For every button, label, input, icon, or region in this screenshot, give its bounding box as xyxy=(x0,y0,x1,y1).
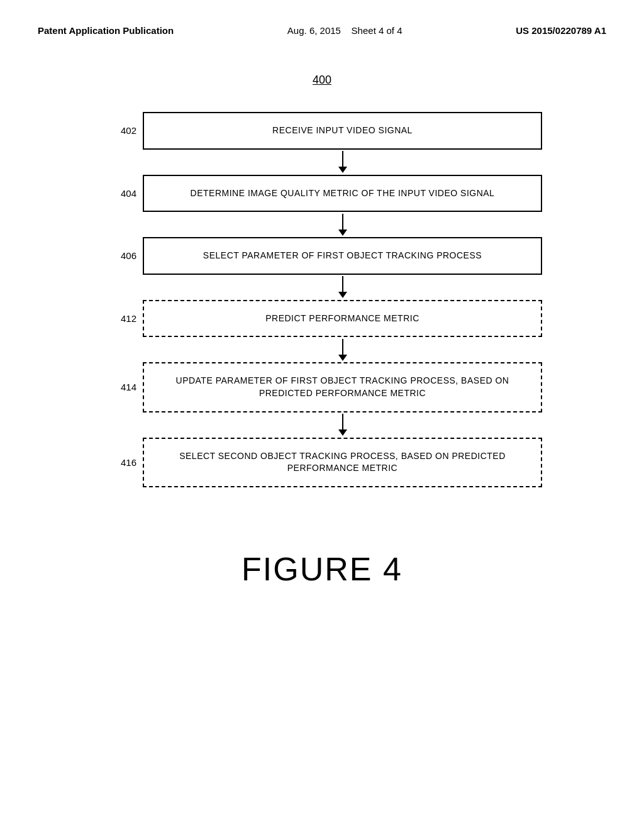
step-label-412: 412 xyxy=(102,313,136,324)
arrow-down-3 xyxy=(338,276,347,298)
arrow-down-5 xyxy=(338,414,347,436)
box-414: UPDATE PARAMETER OF FIRST OBJECT TRACKIN… xyxy=(143,362,542,412)
arrow-line-4 xyxy=(342,339,343,355)
figure-title: FIGURE 4 xyxy=(38,550,606,588)
step-label-406: 406 xyxy=(102,250,136,261)
header-publication-label: Patent Application Publication xyxy=(38,25,174,36)
step-label-402: 402 xyxy=(102,125,136,136)
box-414-text: UPDATE PARAMETER OF FIRST OBJECT TRACKIN… xyxy=(176,375,509,398)
box-404-text: DETERMINE IMAGE QUALITY METRIC OF THE IN… xyxy=(191,188,495,198)
step-row-414: 414 UPDATE PARAMETER OF FIRST OBJECT TRA… xyxy=(102,362,542,412)
box-412-text: PREDICT PERFORMANCE METRIC xyxy=(265,313,419,323)
box-406-text: SELECT PARAMETER OF FIRST OBJECT TRACKIN… xyxy=(203,250,482,260)
diagram-id: 400 xyxy=(313,74,331,87)
step-label-416: 416 xyxy=(102,457,136,468)
box-406: SELECT PARAMETER OF FIRST OBJECT TRACKIN… xyxy=(143,237,542,275)
header-date: Aug. 6, 2015 xyxy=(287,25,341,36)
arrow-head-4 xyxy=(338,355,347,361)
box-416: SELECT SECOND OBJECT TRACKING PROCESS, B… xyxy=(143,438,542,487)
box-412: PREDICT PERFORMANCE METRIC xyxy=(143,300,542,338)
step-row-416: 416 SELECT SECOND OBJECT TRACKING PROCES… xyxy=(102,438,542,487)
arrow-line-5 xyxy=(342,414,343,429)
arrow-3 xyxy=(143,275,542,300)
step-row-404: 404 DETERMINE IMAGE QUALITY METRIC OF TH… xyxy=(102,175,542,213)
step-row-406: 406 SELECT PARAMETER OF FIRST OBJECT TRA… xyxy=(102,237,542,275)
arrow-down-1 xyxy=(338,151,347,173)
arrow-line-3 xyxy=(342,276,343,292)
patent-page: Patent Application Publication Aug. 6, 2… xyxy=(0,0,644,830)
arrow-head-2 xyxy=(338,230,347,236)
step-row-412: 412 PREDICT PERFORMANCE METRIC xyxy=(102,300,542,338)
box-402-text: RECEIVE INPUT VIDEO SIGNAL xyxy=(272,125,413,135)
arrow-line-2 xyxy=(342,214,343,230)
step-label-404: 404 xyxy=(102,188,136,199)
flowchart-diagram: 400 402 RECEIVE INPUT VIDEO SIGNAL 404 xyxy=(38,74,606,487)
arrow-down-4 xyxy=(338,339,347,361)
arrow-1 xyxy=(143,150,542,175)
arrow-head-5 xyxy=(338,429,347,436)
arrow-down-2 xyxy=(338,214,347,236)
arrow-4 xyxy=(143,337,542,362)
flow-wrapper: 402 RECEIVE INPUT VIDEO SIGNAL 404 DETER… xyxy=(102,112,542,487)
box-404: DETERMINE IMAGE QUALITY METRIC OF THE IN… xyxy=(143,175,542,213)
arrow-head-1 xyxy=(338,167,347,173)
arrow-head-3 xyxy=(338,292,347,298)
header-sheet: Sheet 4 of 4 xyxy=(352,25,402,36)
box-416-text: SELECT SECOND OBJECT TRACKING PROCESS, B… xyxy=(179,451,506,473)
arrow-line-1 xyxy=(342,151,343,167)
box-402: RECEIVE INPUT VIDEO SIGNAL xyxy=(143,112,542,150)
header-date-sheet: Aug. 6, 2015 Sheet 4 of 4 xyxy=(287,25,402,36)
step-row-402: 402 RECEIVE INPUT VIDEO SIGNAL xyxy=(102,112,542,150)
step-label-414: 414 xyxy=(102,382,136,392)
arrow-5 xyxy=(143,412,542,438)
page-header: Patent Application Publication Aug. 6, 2… xyxy=(38,25,606,36)
arrow-2 xyxy=(143,212,542,237)
header-patent-number: US 2015/0220789 A1 xyxy=(516,25,606,36)
